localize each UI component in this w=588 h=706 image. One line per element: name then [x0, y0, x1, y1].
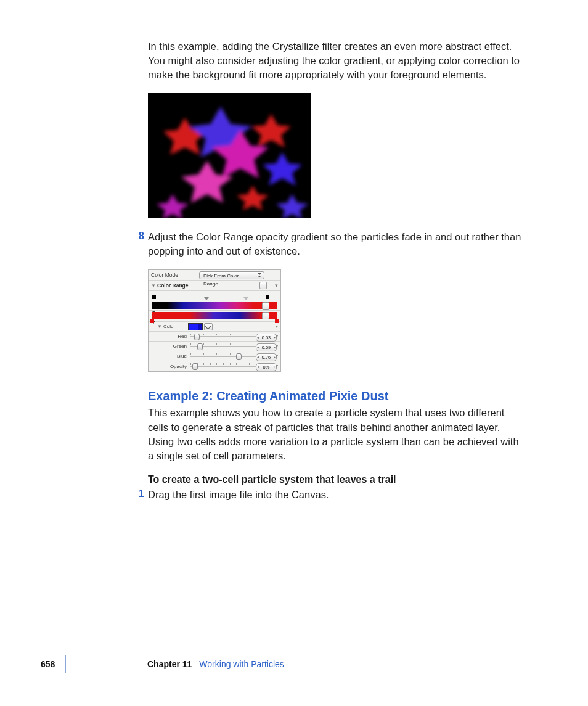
crystallize-figure	[148, 93, 311, 218]
slider-knob[interactable]	[192, 363, 198, 370]
content-column: In this example, adding the Crystallize …	[148, 39, 524, 506]
param-red-slider[interactable]: 0.03	[190, 334, 278, 340]
footer-separator	[65, 655, 66, 673]
slider-knob[interactable]	[236, 353, 242, 360]
chapter-title: Working with Particles	[199, 659, 284, 669]
color-mode-dropdown[interactable]: Pick From Color Range	[199, 271, 264, 279]
opacity-gradient-bar	[152, 312, 277, 319]
param-label: Red	[151, 334, 190, 339]
gradient-midpoint-icon[interactable]	[243, 297, 248, 300]
param-value-stepper[interactable]: 0%	[256, 363, 277, 371]
param-blue-slider[interactable]: 0.76	[190, 353, 278, 359]
disclosure-triangle-icon[interactable]: ▼	[151, 283, 156, 289]
step-number: 1	[134, 488, 144, 499]
gradient-stop[interactable]	[266, 295, 269, 299]
slider-knob[interactable]	[194, 334, 200, 340]
gradient-preset-button[interactable]	[259, 282, 267, 289]
step-number: 8	[134, 230, 144, 242]
gradient-direction-button[interactable]	[262, 302, 269, 310]
row-menu-icon[interactable]: ▾	[276, 324, 278, 329]
row-menu-icon[interactable]: ▾	[275, 282, 278, 289]
crystallize-figure-svg	[148, 93, 311, 218]
row-menu-icon[interactable]: ▾	[276, 363, 278, 369]
param-value-stepper[interactable]: 0.76	[256, 353, 277, 361]
opacity-gradient-editor[interactable]: ▾	[149, 311, 280, 322]
param-value-stepper[interactable]: 0.09	[256, 343, 277, 351]
param-red-row: Red 0.03 ▾	[149, 332, 280, 342]
task-heading: To create a two-cell particle system tha…	[148, 474, 524, 485]
color-group-label: Color	[163, 324, 188, 329]
row-menu-icon[interactable]: ▾	[276, 343, 278, 349]
page: In this example, adding the Crystallize …	[0, 0, 588, 706]
inspector-panel: Color Mode Pick From Color Range ▼ Color…	[148, 269, 281, 372]
row-menu-icon[interactable]: ▾	[276, 334, 278, 339]
gradient-preview-bar	[152, 302, 277, 309]
param-blue-row: Blue 0.76 ▾	[149, 351, 280, 361]
intro-paragraph: In this example, adding the Crystallize …	[148, 39, 524, 82]
color-mode-row: Color Mode Pick From Color Range	[149, 270, 280, 281]
step-text: Drag the first image file into the Canva…	[148, 488, 524, 502]
param-green-row: Green 0.09 ▾	[149, 342, 280, 351]
color-gradient-editor[interactable]: ▾	[149, 291, 280, 311]
param-value-stepper[interactable]: 0.03	[256, 334, 277, 342]
param-opacity-row: Opacity 0% ▾	[149, 361, 280, 371]
color-mode-label: Color Mode	[151, 272, 189, 278]
gradient-direction-button[interactable]	[262, 312, 269, 319]
eyedropper-icon[interactable]	[204, 323, 213, 330]
step-text: Adjust the Color Range opacity gradient …	[148, 230, 524, 258]
chapter-label: Chapter 11	[147, 659, 192, 669]
param-green-slider[interactable]: 0.09	[190, 343, 278, 350]
param-label: Blue	[151, 353, 190, 359]
example-2-paragraph: This example shows you how to create a p…	[148, 406, 524, 462]
step-1: 1 Drag the first image file into the Can…	[148, 488, 524, 502]
page-number: 658	[41, 659, 65, 669]
color-range-label: Color Range	[157, 282, 195, 289]
disclosure-triangle-icon[interactable]: ▼	[157, 324, 162, 329]
color-subgroup-row[interactable]: ▼ Color ▾	[149, 322, 280, 332]
gradient-midpoint-icon[interactable]	[204, 297, 209, 300]
param-label: Green	[151, 343, 190, 349]
gradient-stops-track[interactable]	[152, 293, 277, 301]
gradient-stop[interactable]	[152, 295, 156, 299]
slider-knob[interactable]	[197, 343, 203, 350]
step-8: 8 Adjust the Color Range opacity gradien…	[148, 230, 524, 258]
page-footer: 658 Chapter 11 Working with Particles	[41, 655, 284, 673]
color-swatch[interactable]	[188, 323, 203, 330]
example-2-heading: Example 2: Creating Animated Pixie Dust	[148, 389, 524, 403]
color-range-row[interactable]: ▼ Color Range ▾	[149, 281, 280, 291]
param-label: Opacity	[151, 364, 190, 369]
row-menu-icon[interactable]: ▾	[276, 353, 278, 359]
param-opacity-slider[interactable]: 0%	[190, 363, 278, 369]
